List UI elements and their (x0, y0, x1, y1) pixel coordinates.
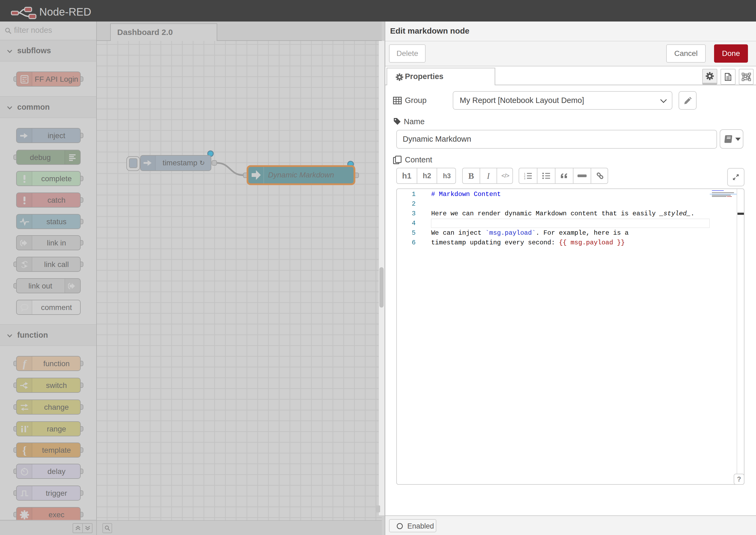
svg-text:3: 3 (524, 177, 525, 179)
